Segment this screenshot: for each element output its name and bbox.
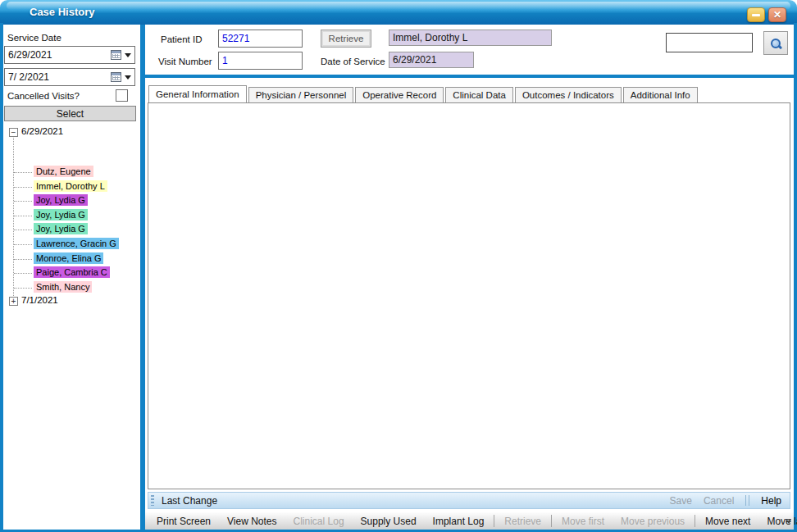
patient-name-field: Immel, Dorothy L (389, 30, 552, 46)
tree-connector (14, 216, 32, 216)
header-separator (145, 75, 794, 78)
titlebar: Case History (0, 0, 797, 25)
tab-operative-record[interactable]: Operative Record (355, 87, 444, 102)
tree-patient-item[interactable]: Joy, Lydia G (34, 194, 88, 206)
close-button[interactable]: ✕ (768, 7, 786, 22)
retrieve-button[interactable]: Retrieve (321, 30, 371, 48)
tree-patient-item[interactable]: Smith, Nancy (34, 281, 92, 293)
help-button-top[interactable]: Help (761, 495, 781, 507)
drag-grip-icon[interactable] (151, 495, 154, 506)
tree-patient-item[interactable]: Paige, Cambria C (34, 266, 110, 278)
tree-patient-item[interactable]: Lawrence, Gracin G (34, 238, 119, 249)
calendar-icon (111, 50, 121, 60)
search-icon (770, 38, 781, 49)
date-of-service-field: 6/29/2021 (389, 52, 474, 68)
tree-expander-expand[interactable]: + (9, 297, 18, 306)
toolbar-separator (494, 515, 494, 527)
calendar-icon (111, 72, 121, 82)
dropdown-arrow-icon[interactable] (125, 75, 131, 80)
toolbar-print-screen[interactable]: Print Screen (148, 516, 219, 527)
patient-tree: − 6/29/2021 Dutz, EugeneImmel, Dorothy L… (3, 123, 140, 434)
toolbar-clinical-log: Clinical Log (285, 516, 353, 527)
tree-connector (14, 259, 32, 260)
service-date-from-picker[interactable]: 6/29/2021 (4, 46, 135, 64)
date-of-service-label: Date of Service (321, 57, 385, 66)
dropdown-arrow-icon[interactable] (125, 53, 131, 57)
toolbar-overflow-icon[interactable] (784, 515, 793, 528)
tab-strip: General InformationPhysician / Personnel… (148, 85, 698, 102)
tab-physician-personnel[interactable]: Physician / Personnel (248, 87, 354, 102)
tab-additional-info[interactable]: Additional Info (623, 87, 698, 102)
tab-page-general-information (148, 102, 790, 489)
tab-outcomes-indicators[interactable]: Outcomes / Indicators (515, 87, 622, 102)
window-border-right (794, 23, 797, 530)
separator (749, 495, 749, 506)
tab-clinical-data[interactable]: Clinical Data (445, 87, 513, 102)
case-history-window: Case History ✕ Service Date 6/29/2021 7/… (0, 0, 797, 532)
tree-patient-item[interactable]: Monroe, Elina G (34, 252, 103, 264)
service-date-to-picker[interactable]: 7/ 2/2021 (4, 68, 135, 86)
minimize-icon (752, 14, 760, 16)
tree-expander-collapse[interactable]: − (9, 128, 18, 137)
toolbar-separator (551, 515, 552, 527)
tree-connector (14, 273, 32, 274)
separator (745, 495, 746, 506)
tab-general-information[interactable]: General Information (148, 85, 247, 102)
toolbar-implant-log[interactable]: Implant Log (425, 516, 493, 527)
tree-connector (14, 201, 32, 202)
tree-connector (14, 288, 32, 289)
search-input[interactable] (666, 33, 753, 52)
search-button[interactable] (763, 31, 788, 55)
bottom-toolbar: Print ScreenView NotesClinical LogSupply… (145, 512, 794, 530)
cancel-button[interactable]: Cancel (704, 495, 734, 507)
tree-date-node-closed[interactable]: 7/1/2021 (21, 295, 58, 305)
save-button[interactable]: Save (670, 495, 692, 507)
toolbar-move-first: Move first (553, 516, 613, 527)
tree-patient-item[interactable]: Joy, Lydia G (34, 223, 88, 234)
tree-date-node-open[interactable]: 6/29/2021 (21, 126, 63, 136)
tree-connector (14, 187, 32, 188)
patient-id-label: Patient ID (161, 34, 203, 44)
window-title: Case History (30, 0, 94, 25)
cancelled-visits-label: Cancelled Visits? (7, 91, 80, 101)
sidebar-divider (140, 25, 145, 530)
tree-patient-item[interactable]: Joy, Lydia G (34, 209, 88, 221)
tree-connector (14, 172, 32, 173)
patient-id-input[interactable] (218, 30, 303, 48)
toolbar-separator (695, 515, 695, 527)
toolbar-move-next[interactable]: Move next (697, 516, 758, 527)
toolbar-supply-used[interactable]: Supply Used (353, 516, 425, 527)
service-date-to-value: 7/ 2/2021 (8, 71, 111, 83)
close-icon: ✕ (773, 10, 781, 20)
minimize-button[interactable] (747, 7, 765, 22)
tree-connector (14, 244, 32, 245)
toolbar-retrieve: Retrieve (496, 516, 549, 527)
visit-number-label: Visit Number (158, 57, 212, 66)
select-button[interactable]: Select (4, 106, 136, 121)
cancelled-visits-checkbox[interactable] (116, 89, 128, 102)
toolbar-view-notes[interactable]: View Notes (219, 516, 285, 527)
tree-patient-item[interactable]: Dutz, Eugene (34, 166, 93, 177)
tree-patient-item[interactable]: Immel, Dorothy L (34, 180, 107, 192)
visit-number-input[interactable] (218, 52, 303, 70)
tree-connector (14, 230, 32, 230)
toolbar-move-previous: Move previous (613, 516, 693, 527)
service-date-label: Service Date (7, 33, 61, 43)
service-date-from-value: 6/29/2021 (8, 49, 111, 61)
sidebar: Service Date 6/29/2021 7/ 2/2021 Cancell… (3, 25, 140, 530)
last-change-bar: Last Change Save Cancel Help (148, 492, 790, 509)
last-change-label: Last Change (162, 495, 217, 507)
